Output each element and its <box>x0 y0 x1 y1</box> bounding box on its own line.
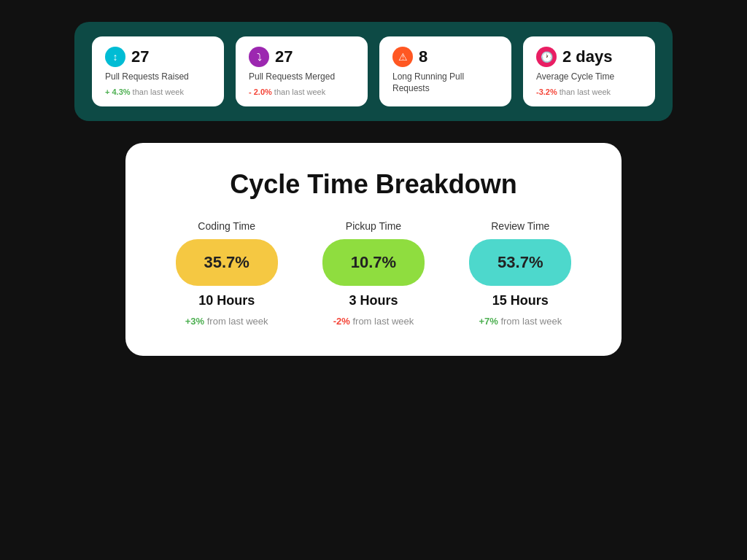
pull-requests-raised-number: 27 <box>131 47 149 66</box>
average-cycle-time-icon: 🕐 <box>536 47 557 67</box>
pull-requests-merged-label: Pull Requests Merged <box>249 71 355 83</box>
long-running-prs-label: Long Running Pull Requests <box>392 71 498 94</box>
breakdown-card: Cycle Time Breakdown Coding Time35.7%10 … <box>125 143 622 356</box>
pull-requests-raised-label: Pull Requests Raised <box>105 71 211 83</box>
average-cycle-time-number: 2 days <box>562 47 613 66</box>
pickup-time-percent: 10.7% <box>322 239 425 286</box>
breakdown-col-pickup-time: Pickup Time10.7%3 Hours-2% from last wee… <box>309 220 438 327</box>
coding-time-label: Coding Time <box>198 220 255 232</box>
stat-card-pull-requests-merged: ⤵27Pull Requests Merged- 2.0% than last … <box>236 36 368 106</box>
stat-card-pull-requests-raised: ↕27Pull Requests Raised+ 4.3% than last … <box>92 36 224 106</box>
long-running-prs-icon: ⚠ <box>392 47 413 67</box>
average-cycle-time-change: -3.2% than last week <box>536 88 642 96</box>
coding-time-change: +3% from last week <box>185 316 268 327</box>
stat-card-long-running-prs: ⚠8Long Running Pull Requests <box>379 36 511 106</box>
pull-requests-merged-icon: ⤵ <box>249 47 269 67</box>
review-time-label: Review Time <box>491 220 549 232</box>
pull-requests-raised-icon: ↕ <box>105 47 125 67</box>
breakdown-col-coding-time: Coding Time35.7%10 Hours+3% from last we… <box>162 220 291 327</box>
breakdown-col-review-time: Review Time53.7%15 Hours+7% from last we… <box>456 220 585 327</box>
review-time-change: +7% from last week <box>479 316 562 327</box>
breakdown-title: Cycle Time Breakdown <box>230 169 517 200</box>
pickup-time-change: -2% from last week <box>333 316 414 327</box>
pull-requests-merged-change: - 2.0% than last week <box>249 88 355 96</box>
pickup-time-label: Pickup Time <box>346 220 401 232</box>
breakdown-columns: Coding Time35.7%10 Hours+3% from last we… <box>162 220 585 327</box>
pull-requests-merged-number: 27 <box>275 47 293 66</box>
pickup-time-hours: 3 Hours <box>349 293 398 308</box>
coding-time-hours: 10 Hours <box>198 293 255 308</box>
long-running-prs-number: 8 <box>419 47 427 66</box>
stats-bar: ↕27Pull Requests Raised+ 4.3% than last … <box>74 22 673 121</box>
review-time-percent: 53.7% <box>469 239 571 286</box>
stat-card-average-cycle-time: 🕐2 daysAverage Cycle Time-3.2% than last… <box>523 36 655 106</box>
review-time-hours: 15 Hours <box>492 293 549 308</box>
coding-time-percent: 35.7% <box>176 239 278 286</box>
average-cycle-time-label: Average Cycle Time <box>536 71 642 83</box>
pull-requests-raised-change: + 4.3% than last week <box>105 88 211 96</box>
